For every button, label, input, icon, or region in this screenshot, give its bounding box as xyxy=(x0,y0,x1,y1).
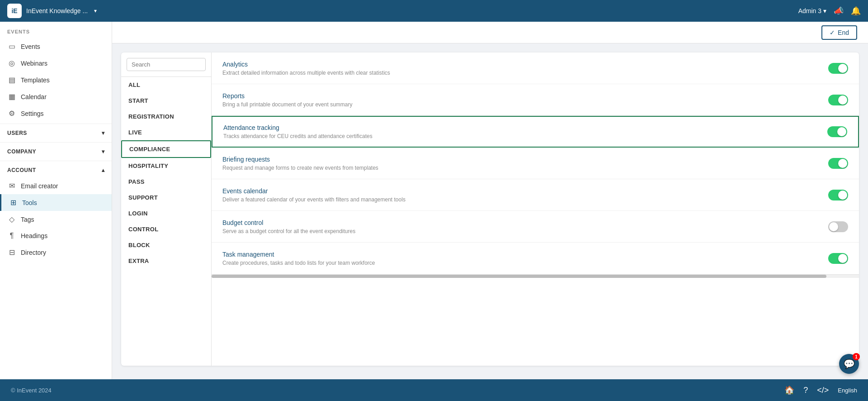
chat-icon: 💬 xyxy=(844,358,855,369)
toggle-budget-control[interactable] xyxy=(828,221,848,232)
company-section-label: COMPANY xyxy=(7,148,36,155)
account-section-toggle[interactable]: ACCOUNT ▴ xyxy=(0,163,112,177)
company-section-toggle[interactable]: COMPANY ▾ xyxy=(0,144,112,159)
feature-row-reports: ReportsBring a full printable document o… xyxy=(212,84,859,116)
sidebar-item-events[interactable]: ▭ Events xyxy=(0,38,112,55)
company-chevron-icon: ▾ xyxy=(102,148,105,155)
toggle-knob-events-calendar xyxy=(838,191,847,200)
toggle-knob-budget-control xyxy=(829,222,838,231)
home-icon[interactable]: 🏠 xyxy=(784,385,794,395)
filter-item-login[interactable]: LOGIN xyxy=(121,205,211,221)
end-label: End xyxy=(838,29,849,36)
features-panel: AnalyticsExtract detailed information ac… xyxy=(212,53,859,366)
filter-item-compliance[interactable]: COMPLIANCE xyxy=(121,140,211,158)
chat-bubble[interactable]: 💬 1 xyxy=(839,354,859,374)
feature-info-attendance-tracking: Attendance trackingTracks attendance for… xyxy=(223,124,827,139)
filter-items-list: ALLSTARTREGISTRATIONLIVECOMPLIANCEHOSPIT… xyxy=(121,77,211,269)
sidebar-item-webinars[interactable]: ◎ Webinars xyxy=(0,55,112,72)
chat-badge: 1 xyxy=(853,353,860,360)
feature-name-attendance-tracking: Attendance tracking xyxy=(223,124,827,131)
user-name: Admin 3 xyxy=(798,7,821,14)
users-section-label: USERS xyxy=(7,130,27,136)
toggle-knob-briefing-requests xyxy=(838,159,847,168)
filter-item-pass[interactable]: PASS xyxy=(121,174,211,190)
main-panel: ALLSTARTREGISTRATIONLIVECOMPLIANCEHOSPIT… xyxy=(121,53,859,366)
filter-item-extra[interactable]: EXTRA xyxy=(121,253,211,269)
sidebar-item-tags[interactable]: ◇ Tags xyxy=(0,211,112,228)
sidebar-item-headings[interactable]: ¶ Headings xyxy=(0,228,112,244)
feature-info-analytics: AnalyticsExtract detailed information ac… xyxy=(222,61,828,76)
filter-item-start[interactable]: START xyxy=(121,93,211,109)
app-logo: iE xyxy=(7,4,22,18)
sidebar-item-label: Calendar xyxy=(21,93,47,100)
filter-item-hospitality[interactable]: HOSPITALITY xyxy=(121,158,211,174)
filter-item-support[interactable]: SUPPORT xyxy=(121,190,211,205)
feature-name-budget-control: Budget control xyxy=(222,219,828,226)
sidebar-item-settings[interactable]: ⚙ Settings xyxy=(0,105,112,122)
filter-item-control[interactable]: CONTROL xyxy=(121,221,211,237)
feature-info-briefing-requests: Briefing requestsRequest and manage form… xyxy=(222,156,828,171)
sidebar-divider-3 xyxy=(0,161,112,161)
feature-desc-briefing-requests: Request and manage forms to create new e… xyxy=(222,165,828,171)
feature-name-analytics: Analytics xyxy=(222,61,828,68)
app-menu-chevron[interactable]: ▾ xyxy=(94,8,97,14)
help-icon[interactable]: ? xyxy=(803,386,808,395)
toggle-reports[interactable] xyxy=(828,95,848,105)
toggle-events-calendar[interactable] xyxy=(828,190,848,200)
filter-panel: ALLSTARTREGISTRATIONLIVECOMPLIANCEHOSPIT… xyxy=(121,53,212,366)
events-section-title: EVENTS xyxy=(0,22,112,38)
filter-item-live[interactable]: LIVE xyxy=(121,124,211,140)
sidebar-item-label: Tags xyxy=(21,216,34,223)
toggle-attendance-tracking[interactable] xyxy=(827,126,847,137)
account-chevron-icon: ▴ xyxy=(102,167,105,173)
feature-row-events-calendar: Events calendarDeliver a featured calend… xyxy=(212,179,859,211)
feature-row-briefing-requests: Briefing requestsRequest and manage form… xyxy=(212,148,859,179)
scrollbar-thumb[interactable] xyxy=(212,275,826,278)
toggle-briefing-requests[interactable] xyxy=(828,158,848,169)
filter-item-block[interactable]: BLOCK xyxy=(121,237,211,253)
end-checkmark: ✓ xyxy=(830,29,835,36)
feature-row-analytics: AnalyticsExtract detailed information ac… xyxy=(212,53,859,84)
copyright-text: © InEvent 2024 xyxy=(11,387,52,394)
sidebar-divider-1 xyxy=(0,124,112,124)
users-chevron-icon: ▾ xyxy=(102,130,105,136)
sidebar-item-directory[interactable]: ⊟ Directory xyxy=(0,244,112,261)
toggle-analytics[interactable] xyxy=(828,63,848,74)
users-section-toggle[interactable]: USERS ▾ xyxy=(0,126,112,140)
sidebar-item-label: Headings xyxy=(21,232,47,239)
feature-name-reports: Reports xyxy=(222,92,828,100)
sidebar-item-templates[interactable]: ▤ Templates xyxy=(0,72,112,88)
search-input[interactable] xyxy=(127,58,206,71)
feature-info-budget-control: Budget controlServe as a budget control … xyxy=(222,219,828,234)
panel-scrollbar[interactable] xyxy=(212,274,859,278)
account-section-label: ACCOUNT xyxy=(7,167,36,173)
feature-desc-reports: Bring a full printable document of your … xyxy=(222,101,828,108)
user-menu[interactable]: Admin 3 ▾ xyxy=(798,7,826,14)
megaphone-icon[interactable]: 📣 xyxy=(834,6,844,16)
filter-item-all[interactable]: ALL xyxy=(121,77,211,93)
sidebar-item-tools[interactable]: ⊞ Tools xyxy=(0,194,112,211)
filter-item-registration[interactable]: REGISTRATION xyxy=(121,109,211,124)
toggle-knob-reports xyxy=(838,95,847,105)
main-layout: EVENTS ▭ Events ◎ Webinars ▤ Templates ▦… xyxy=(0,22,868,379)
feature-info-events-calendar: Events calendarDeliver a featured calend… xyxy=(222,187,828,203)
code-icon[interactable]: </> xyxy=(817,386,829,395)
sidebar: EVENTS ▭ Events ◎ Webinars ▤ Templates ▦… xyxy=(0,22,112,379)
bell-icon[interactable]: 🔔 xyxy=(851,6,861,16)
top-nav-right: Admin 3 ▾ 📣 🔔 xyxy=(798,6,861,16)
toggle-task-management[interactable] xyxy=(828,253,848,264)
sidebar-item-calendar[interactable]: ▦ Calendar xyxy=(0,88,112,105)
end-button[interactable]: ✓ End xyxy=(821,25,857,40)
content-header: ✓ End xyxy=(112,22,868,43)
feature-name-task-management: Task management xyxy=(222,251,828,258)
content-area: ✓ End ALLSTARTREGISTRATIONLIVECOMPLIANCE… xyxy=(112,22,868,379)
sidebar-divider-2 xyxy=(0,142,112,143)
feature-info-reports: ReportsBring a full printable document o… xyxy=(222,92,828,108)
events-icon: ▭ xyxy=(7,42,16,51)
language-selector[interactable]: English xyxy=(838,387,857,394)
sidebar-item-label: Settings xyxy=(21,110,44,117)
sidebar-item-email-creator[interactable]: ✉ Email creator xyxy=(0,177,112,194)
tools-icon: ⊞ xyxy=(9,198,18,207)
feature-row-task-management: Task managementCreate procedures, tasks … xyxy=(212,243,859,274)
email-creator-icon: ✉ xyxy=(7,181,16,190)
